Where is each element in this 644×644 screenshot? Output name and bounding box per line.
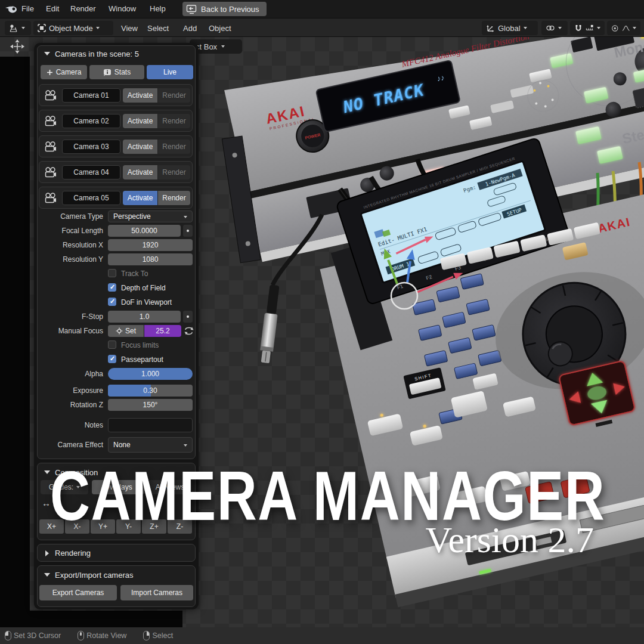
rotation-z-field[interactable]: 150° <box>108 399 193 411</box>
notes-field[interactable] <box>108 418 193 432</box>
info-icon <box>103 69 112 76</box>
orientation-label: Global <box>498 24 521 33</box>
section-header-cameras: Cameras in the scene: 5 <box>55 49 139 58</box>
chevron-down-icon <box>184 216 187 218</box>
render-button[interactable]: Render <box>158 165 190 179</box>
menu-render[interactable]: Render <box>70 4 96 13</box>
camera-icon <box>44 167 57 178</box>
collapse-triangle-icon[interactable] <box>44 470 50 474</box>
resolution-y-label: Resolution Y <box>38 255 103 264</box>
camera-name-field[interactable]: Camera 03 <box>62 140 120 154</box>
camera-effect-dropdown[interactable]: None <box>108 437 193 453</box>
dof-in-viewport-checkbox[interactable] <box>108 298 116 306</box>
focus-limits-label: Focus limits <box>121 341 159 349</box>
cameras-section: Cameras in the scene: 5 Camera Stats Li <box>37 45 196 459</box>
menu-add[interactable]: Add <box>183 24 197 33</box>
add-camera-button[interactable]: Camera <box>41 65 87 79</box>
editor-3d-viewport-icon <box>9 24 18 33</box>
activate-button[interactable]: Activate <box>123 114 157 128</box>
mouse-middle-icon <box>78 631 84 640</box>
top-menubar: File Edit Render Window Help Back to Pre… <box>0 0 644 18</box>
resolution-y-field[interactable]: 1080 <box>108 253 193 265</box>
magnet-icon <box>574 24 583 33</box>
exposure-slider[interactable]: 0.30 <box>108 385 193 397</box>
screen-back-icon <box>186 4 197 14</box>
render-button[interactable]: Render <box>158 114 190 128</box>
mouse-right-icon <box>143 631 150 640</box>
status-select: Select <box>143 631 173 640</box>
camera-name-field[interactable]: Camera 01 <box>62 88 120 103</box>
animate-dot-button[interactable] <box>183 311 193 323</box>
pivot-point-dropdown[interactable] <box>541 21 568 35</box>
focus-limits-checkbox[interactable] <box>108 340 116 349</box>
menu-select[interactable]: Select <box>147 24 169 33</box>
export-cameras-label: Export Cameras <box>52 589 104 597</box>
mode-label: Object Mode <box>49 24 93 33</box>
stats-button[interactable]: Stats <box>89 65 144 79</box>
editor-type-dropdown[interactable] <box>5 21 31 35</box>
proportional-editing-dropdown[interactable] <box>607 21 640 35</box>
camera-row-3: Camera 03 Activate Render <box>39 135 193 157</box>
menu-edit[interactable]: Edit <box>46 4 59 13</box>
transform-orientation-dropdown[interactable]: Global <box>482 21 538 35</box>
menu-object[interactable]: Object <box>209 24 231 33</box>
camera-name-field[interactable]: Camera 05 <box>62 191 120 205</box>
proportional-editing-icon <box>611 24 619 33</box>
viewport-3d[interactable]: AKAI PROFESSIONAL POWER NO TRACK ♪♪ MFC4… <box>0 37 644 627</box>
blender-logo-icon[interactable] <box>5 4 18 14</box>
camera-type-value: Perspective <box>113 212 151 221</box>
resolution-x-label: Resolution X <box>38 241 103 249</box>
track-to-checkbox[interactable] <box>108 269 116 277</box>
passepartout-checkbox[interactable] <box>108 355 116 363</box>
set-focus-button[interactable]: Set <box>108 325 144 337</box>
render-button[interactable]: Render <box>158 191 190 205</box>
focal-length-field[interactable]: 50.0000 <box>108 225 181 237</box>
exposure-label: Exposure <box>38 386 103 395</box>
status-set-3d-cursor: Set 3D Cursor <box>5 631 61 640</box>
plus-icon <box>47 69 53 76</box>
activate-button[interactable]: Activate <box>123 140 157 154</box>
export-cameras-button[interactable]: Export Cameras <box>39 585 117 600</box>
activate-button[interactable]: Activate <box>123 88 157 103</box>
alpha-slider[interactable]: 1.000 <box>108 368 193 380</box>
import-cameras-button[interactable]: Import Cameras <box>120 585 193 600</box>
expand-triangle-icon[interactable] <box>45 550 49 556</box>
focus-distance-field[interactable]: 25.2 <box>144 325 181 337</box>
f-stop-label: F-Stop <box>38 312 103 321</box>
orientation-axes-icon <box>486 24 495 33</box>
back-to-previous-button[interactable]: Back to Previous <box>182 2 267 16</box>
render-button[interactable]: Render <box>158 140 190 154</box>
animate-dot-button[interactable] <box>183 225 193 237</box>
chevron-down-icon <box>21 27 25 29</box>
camera-effect-label: Camera Effect <box>38 441 103 449</box>
camera-row-4: Camera 04 Activate Render <box>39 161 193 183</box>
notes-label: Notes <box>38 421 103 429</box>
collapse-triangle-icon[interactable] <box>44 52 50 55</box>
camera-name-field[interactable]: Camera 04 <box>62 165 120 179</box>
mode-dropdown[interactable]: Object Mode <box>33 21 113 35</box>
activate-button-active[interactable]: Activate <box>123 191 157 205</box>
pan-cross-icon[interactable] <box>8 38 27 55</box>
live-label: Live <box>163 68 177 76</box>
menu-file[interactable]: File <box>21 4 34 13</box>
focal-length-label: Focal Length <box>38 227 103 235</box>
menu-view[interactable]: View <box>121 24 138 33</box>
falloff-curve-icon <box>622 24 630 32</box>
camera-name-field[interactable]: Camera 02 <box>62 114 120 128</box>
camera-type-dropdown[interactable]: Perspective <box>108 210 193 222</box>
collapse-triangle-icon[interactable] <box>44 573 50 577</box>
live-toggle-button[interactable]: Live <box>147 65 193 79</box>
menu-help[interactable]: Help <box>150 4 166 13</box>
chevron-down-icon <box>558 27 562 29</box>
menu-window[interactable]: Window <box>109 4 136 13</box>
snapping-dropdown[interactable] <box>570 21 605 35</box>
chevron-down-icon <box>221 45 225 48</box>
swap-arrows-icon[interactable] <box>184 326 194 336</box>
f-stop-field[interactable]: 1.0 <box>108 311 181 323</box>
activate-button[interactable]: Activate <box>123 165 157 179</box>
resolution-x-field[interactable]: 1920 <box>108 239 193 251</box>
render-button[interactable]: Render <box>158 88 190 103</box>
depth-of-field-checkbox[interactable] <box>108 283 116 292</box>
snap-increment-icon <box>586 24 594 32</box>
camera-row-2: Camera 02 Activate Render <box>39 110 193 132</box>
